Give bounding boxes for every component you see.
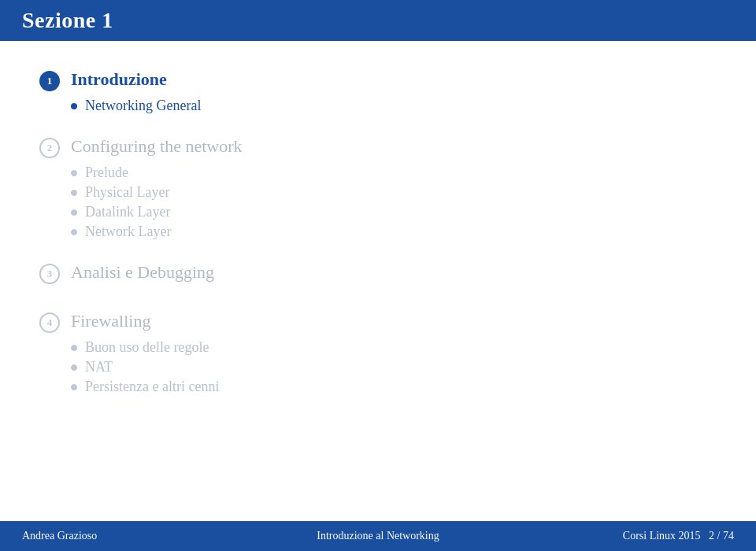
list-item: Prelude	[71, 165, 243, 181]
bullet-icon	[71, 229, 77, 235]
sub-item-label: Physical Layer	[85, 184, 169, 201]
main-content: 1 Introduzione Networking General 2 Conf…	[0, 41, 756, 433]
list-item: Network Layer	[71, 224, 243, 240]
footer-bar: Andrea Grazioso Introduzione al Networki…	[0, 521, 756, 551]
section-title-1: Introduzione	[71, 69, 201, 90]
section-content-3: Analisi e Debugging	[71, 262, 214, 289]
list-item: Persistenza e altri cenni	[71, 379, 219, 395]
sub-item-label: Buon uso delle regole	[85, 339, 209, 356]
sub-item-label: Datalink Layer	[85, 204, 170, 220]
footer-page: 2 / 74	[709, 530, 734, 542]
sub-items-4: Buon uso delle regole NAT Persistenza e …	[71, 339, 219, 395]
bullet-icon	[71, 170, 77, 176]
section-badge-4: 4	[39, 312, 60, 333]
section-title-2: Configuring the network	[71, 136, 243, 157]
section-title-3: Analisi e Debugging	[71, 262, 214, 283]
section-item-1: 1 Introduzione Networking General	[39, 69, 717, 114]
sub-item-label: Prelude	[85, 165, 128, 181]
section-content-4: Firewalling Buon uso delle regole NAT Pe…	[71, 311, 219, 395]
list-item: Buon uso delle regole	[71, 339, 219, 356]
bullet-icon	[71, 103, 77, 109]
footer-author: Andrea Grazioso	[22, 530, 97, 542]
section-badge-2: 2	[39, 138, 60, 158]
bullet-icon	[71, 345, 77, 351]
sub-items-1: Networking General	[71, 98, 201, 114]
section-title-4: Firewalling	[71, 311, 219, 331]
sub-item-label: Networking General	[85, 98, 201, 114]
footer-event: Corsi Linux 2015	[623, 530, 701, 542]
sub-item-label: Network Layer	[85, 224, 171, 240]
bullet-icon	[71, 209, 77, 216]
bullet-icon	[71, 190, 77, 196]
sub-item-label: NAT	[85, 359, 113, 375]
section-item-2: 2 Configuring the network Prelude Physic…	[39, 136, 717, 240]
list-item: Networking General	[71, 98, 201, 114]
header-bar: Sezione 1	[0, 0, 756, 41]
bullet-icon	[71, 364, 77, 371]
section-content-2: Configuring the network Prelude Physical…	[71, 136, 243, 240]
list-item: NAT	[71, 359, 219, 375]
section-badge-1: 1	[39, 71, 60, 91]
section-item-4: 4 Firewalling Buon uso delle regole NAT …	[39, 311, 717, 395]
header-title: Sezione 1	[22, 8, 113, 33]
footer-info: Corsi Linux 2015 2 / 74	[623, 530, 734, 542]
section-content-1: Introduzione Networking General	[71, 69, 201, 114]
section-badge-3: 3	[39, 264, 60, 284]
sub-item-label: Persistenza e altri cenni	[85, 379, 219, 395]
bullet-icon	[71, 384, 77, 390]
footer-course: Introduzione al Networking	[317, 530, 439, 542]
list-item: Physical Layer	[71, 184, 243, 201]
section-item-3: 3 Analisi e Debugging	[39, 262, 717, 289]
sub-items-2: Prelude Physical Layer Datalink Layer Ne…	[71, 165, 243, 240]
list-item: Datalink Layer	[71, 204, 243, 220]
